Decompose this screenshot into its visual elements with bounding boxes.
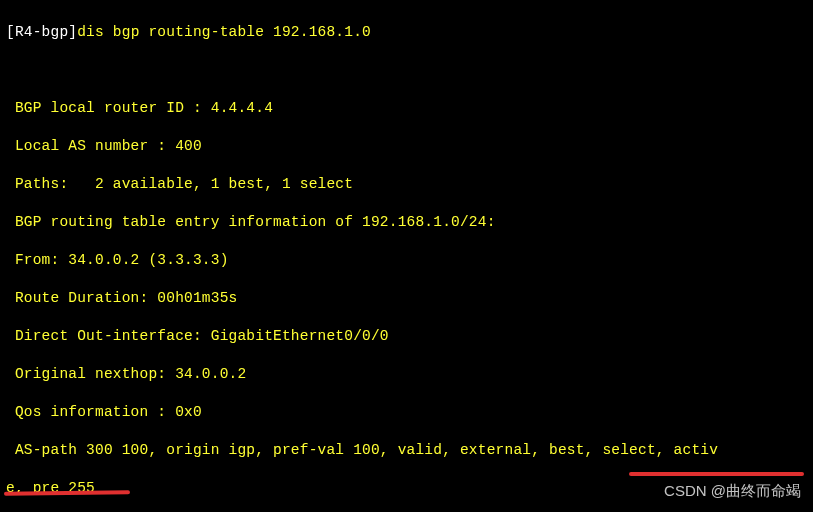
paths-line: Paths: 2 available, 1 best, 1 select	[6, 175, 807, 194]
annotation-underline-1	[629, 472, 804, 476]
prompt-command: dis bgp routing-table 192.168.1.0	[77, 24, 371, 40]
entry1-nexthop: Original nexthop: 34.0.0.2	[6, 365, 807, 384]
prompt-device: [R4-bgp]	[6, 24, 77, 40]
local-as: 400	[175, 138, 202, 154]
watermark-text: CSDN @曲终而命竭	[664, 481, 801, 500]
terminal-output[interactable]: [R4-bgp]dis bgp routing-table 192.168.1.…	[0, 0, 813, 512]
entry1-qos: Qos information : 0x0	[6, 403, 807, 422]
entry1-out-if: Direct Out-interface: GigabitEthernet0/0…	[6, 327, 807, 346]
entry1-aspath-1: AS-path 300 100, origin igp, pref-val 10…	[6, 441, 807, 460]
blank-line	[6, 61, 807, 80]
entry1-from: From: 34.0.0.2 (3.3.3.3)	[6, 251, 807, 270]
local-as-label: Local AS number :	[6, 138, 175, 154]
router-id-label: BGP local router ID :	[6, 100, 211, 116]
entry1-duration: Route Duration: 00h01m35s	[6, 289, 807, 308]
entry1-title: BGP routing table entry information of 1…	[6, 213, 807, 232]
router-id: 4.4.4.4	[211, 100, 273, 116]
